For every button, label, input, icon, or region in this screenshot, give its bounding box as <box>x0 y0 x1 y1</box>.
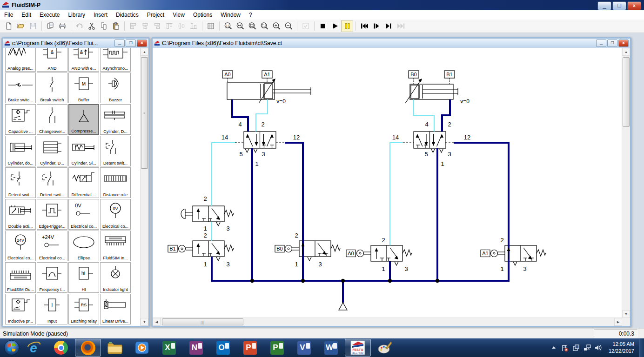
circuit-vscroll-thumb[interactable] <box>623 57 630 127</box>
zoom-width-button[interactable] <box>234 20 246 32</box>
palette-item[interactable]: Asynchrono... <box>100 48 131 72</box>
taskbar-firefox[interactable] <box>75 339 101 357</box>
library-minimize-button[interactable]: ▁ <box>114 40 125 47</box>
network-icon[interactable] <box>583 343 592 352</box>
library-titlebar[interactable]: c:\Program Files (x86)\Festo Flui... ▁ ❐… <box>3 39 148 48</box>
palette-item[interactable]: Analog pres... <box>5 48 36 72</box>
action-center-flag-icon[interactable] <box>560 343 570 352</box>
copy-button[interactable] <box>98 20 110 32</box>
menu-options[interactable]: Options <box>189 10 216 20</box>
palette-item[interactable]: Cylinder, D... <box>100 104 131 135</box>
palette-item[interactable]: Differential ... <box>68 167 99 198</box>
menu-insert[interactable]: Insert <box>89 10 112 20</box>
scroll-up-icon[interactable]: ▲ <box>622 48 630 56</box>
taskbar-paint[interactable] <box>372 339 398 357</box>
palette-item[interactable]: Capacitive ... <box>5 104 36 135</box>
palette-item[interactable]: Break switch <box>37 73 67 103</box>
circuit-minimize-button[interactable]: ▁ <box>596 40 606 47</box>
circuit-hscroll-thumb[interactable]: ||| <box>162 318 243 325</box>
menu-library[interactable]: Library <box>64 10 89 20</box>
print-button[interactable] <box>56 20 68 32</box>
palette-item[interactable]: Buzzer <box>100 73 131 103</box>
circuit-close-button[interactable]: × <box>618 40 629 47</box>
zoom-in-button[interactable] <box>270 20 282 32</box>
scroll-left-icon[interactable]: ◀ <box>153 318 161 326</box>
taskbar-excel[interactable]: X <box>156 339 182 357</box>
preview-button[interactable] <box>44 20 56 32</box>
palette-item[interactable]: Detent swit... <box>100 136 131 166</box>
taskbar-onenote[interactable]: N <box>183 339 209 357</box>
palette-item[interactable]: & AND <box>37 48 67 72</box>
scroll-up-icon[interactable]: ▲ <box>141 48 148 56</box>
tray-expand-icon[interactable] <box>549 343 558 352</box>
palette-item[interactable]: Cylinder, D... <box>37 136 67 166</box>
palette-item[interactable]: 24V Electrical co... <box>5 231 36 261</box>
zoom-1-1-button[interactable]: 1:1 <box>222 20 234 32</box>
app-restore-button[interactable]: ❐ <box>612 1 626 10</box>
taskbar-fluidsim[interactable]: FESTO FluidSIM <box>345 339 371 357</box>
open-button[interactable] <box>15 20 27 32</box>
new-button[interactable] <box>3 20 15 32</box>
circuit-titlebar[interactable]: C:\Program Files (x86)\Festo Fluidsim\ct… <box>153 39 630 48</box>
sim-end-button[interactable] <box>382 20 395 32</box>
taskbar-media-player[interactable] <box>129 339 155 357</box>
palette-item[interactable]: Frequency t... <box>37 262 67 293</box>
zoom-out-button[interactable] <box>282 20 295 32</box>
cut-button[interactable] <box>86 20 98 32</box>
taskbar-outlook[interactable]: O <box>210 339 236 357</box>
circuit-canvas[interactable]: A0A1B0B1B1B0A0A1421412531421412531213213… <box>153 48 622 318</box>
palette-item[interactable]: Brake switc... <box>5 73 36 103</box>
palette-item[interactable]: Linear Drive... <box>100 294 131 324</box>
palette-item[interactable]: Inductive pr... <box>5 294 36 324</box>
palette-item[interactable]: Double acti... <box>5 199 36 230</box>
palette-item[interactable]: Edge-trigger... <box>37 199 67 230</box>
resize-grip[interactable] <box>622 318 630 326</box>
palette-item[interactable]: Changeover... <box>37 104 67 135</box>
library-scroll-thumb[interactable]: ≡ <box>141 57 148 169</box>
palette-item[interactable]: Cylinder, Si... <box>68 136 99 166</box>
grid-button[interactable] <box>205 20 217 32</box>
menu-window[interactable]: Window <box>216 10 245 20</box>
menu-execute[interactable]: Execute <box>35 10 64 20</box>
palette-item[interactable]: Detent swit... <box>5 167 36 198</box>
menu-project[interactable]: Project <box>143 10 168 20</box>
scroll-down-icon[interactable]: ▼ <box>141 318 148 326</box>
palette-item[interactable]: Ellipse <box>68 231 99 261</box>
menu-file[interactable]: File <box>0 10 17 20</box>
library-restore-button[interactable]: ❐ <box>126 40 136 47</box>
paste-button[interactable] <box>110 20 122 32</box>
palette-item[interactable]: & AND with e... <box>68 48 99 72</box>
palette-item[interactable]: +24V Electrical co... <box>37 231 67 261</box>
taskbar-project[interactable]: P <box>264 339 290 357</box>
palette-item[interactable]: hi HI <box>68 262 99 293</box>
show-desktop-button[interactable] <box>639 338 644 357</box>
app-minimize-button[interactable]: ▁ <box>597 1 611 10</box>
sim-step-button[interactable] <box>370 20 382 32</box>
palette-item[interactable]: FluidSIM Ou... <box>5 262 36 293</box>
palette-item[interactable]: I Input <box>37 294 67 324</box>
palette-item[interactable]: M Buffer <box>68 73 99 103</box>
app-close-button[interactable]: × <box>627 1 641 10</box>
taskbar-powerpoint[interactable]: P <box>237 339 263 357</box>
menu-view[interactable]: View <box>168 10 189 20</box>
taskbar-internet-explorer[interactable]: e <box>21 339 47 357</box>
palette-item[interactable]: Distance rule <box>100 167 131 198</box>
palette-item[interactable]: Cylinder, do... <box>5 136 36 166</box>
zoom-section-button[interactable] <box>258 20 270 32</box>
menu-?[interactable]: ? <box>245 10 256 20</box>
circuit-vertical-scrollbar[interactable]: ▲ ▼ <box>622 48 630 318</box>
scroll-down-icon[interactable]: ▼ <box>622 310 630 318</box>
zoom-fit-button[interactable] <box>246 20 258 32</box>
palette-item[interactable]: RS Latching relay <box>68 294 99 324</box>
clock[interactable]: 12:05 AM 12/22/2017 <box>609 341 634 355</box>
palette-item[interactable]: Detent swit... <box>37 167 67 198</box>
taskbar-start-button[interactable] <box>3 339 20 357</box>
play-button[interactable] <box>329 20 341 32</box>
taskbar-visio[interactable]: V <box>291 339 317 357</box>
taskbar-word[interactable]: W <box>318 339 344 357</box>
sim-reset-button[interactable] <box>358 20 370 32</box>
stop-button[interactable] <box>317 20 329 32</box>
library-close-button[interactable]: × <box>137 40 147 47</box>
menu-didactics[interactable]: Didactics <box>112 10 143 20</box>
palette-item[interactable]: Indicator light <box>100 262 131 293</box>
